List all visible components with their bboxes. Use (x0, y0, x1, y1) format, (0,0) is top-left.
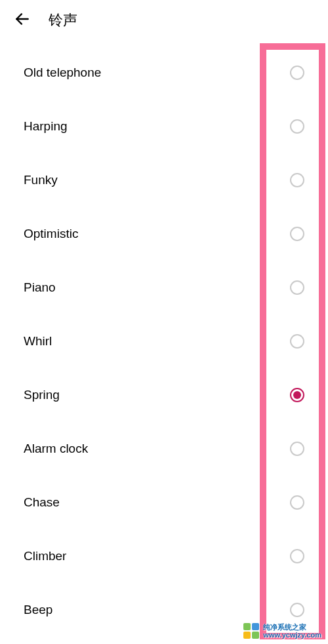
radio-button[interactable] (290, 334, 304, 349)
ringtone-label: Spring (24, 388, 60, 402)
ringtone-item[interactable]: Old telephone (0, 46, 328, 100)
watermark-text: 纯净系统之家 www.ycwjzy.com (263, 623, 321, 639)
radio-button[interactable] (290, 442, 304, 456)
watermark: 纯净系统之家 www.ycwjzy.com (243, 623, 321, 639)
ringtone-label: Beep (24, 603, 52, 617)
ringtone-item[interactable]: Funky (0, 153, 328, 207)
ringtone-item[interactable]: Harping (0, 100, 328, 153)
back-button[interactable] (8, 6, 37, 35)
ringtone-item[interactable]: Climber (0, 529, 328, 583)
watermark-logo-icon (243, 623, 259, 639)
watermark-url: www.ycwjzy.com (263, 631, 321, 639)
ringtone-label: Old telephone (24, 66, 101, 80)
radio-button[interactable] (290, 227, 304, 241)
radio-button[interactable] (290, 388, 304, 402)
ringtone-item[interactable]: Chase (0, 476, 328, 529)
radio-button[interactable] (290, 549, 304, 563)
ringtone-label: Whirl (24, 334, 52, 349)
ringtone-label: Chase (24, 495, 60, 510)
back-arrow-icon (14, 10, 31, 30)
radio-button[interactable] (290, 119, 304, 134)
ringtone-item[interactable]: Alarm clock (0, 422, 328, 476)
ringtone-label: Optimistic (24, 227, 78, 241)
radio-button[interactable] (290, 495, 304, 510)
ringtone-label: Piano (24, 280, 56, 295)
ringtone-item[interactable]: Whirl (0, 314, 328, 368)
radio-button[interactable] (290, 66, 304, 80)
ringtone-label: Alarm clock (24, 442, 88, 456)
ringtone-item[interactable]: Spring (0, 368, 328, 422)
ringtone-label: Harping (24, 119, 68, 134)
radio-button[interactable] (290, 280, 304, 295)
radio-button[interactable] (290, 173, 304, 187)
header: 铃声 (0, 0, 328, 41)
ringtone-item[interactable]: Piano (0, 261, 328, 314)
ringtone-label: Funky (24, 173, 58, 187)
ringtone-item[interactable]: Optimistic (0, 207, 328, 261)
ringtone-list: Old telephoneHarpingFunkyOptimisticPiano… (0, 41, 328, 644)
watermark-name: 纯净系统之家 (263, 623, 321, 631)
ringtone-label: Climber (24, 549, 66, 563)
page-title: 铃声 (49, 10, 77, 30)
radio-button[interactable] (290, 603, 304, 617)
